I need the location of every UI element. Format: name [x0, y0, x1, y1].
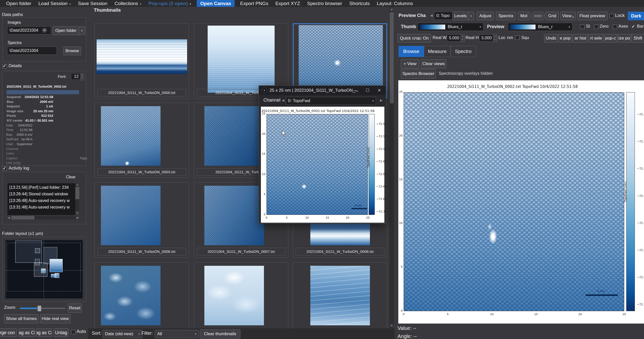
si-checkbox[interactable]: [580, 25, 584, 29]
thumbnail-image[interactable]: [204, 266, 264, 325]
maximize-icon[interactable]: ☐: [363, 86, 373, 95]
crop-action-button[interactable]: ize po: [618, 34, 631, 43]
menu-item-collections[interactable]: Collections▾: [111, 0, 145, 7]
float-preview-button[interactable]: Float preview: [577, 12, 607, 20]
tab-measure[interactable]: Measure: [424, 46, 451, 57]
crop-action-button[interactable]: rt sele: [589, 34, 603, 43]
menu-item-load-session[interactable]: Load Session▾: [35, 0, 74, 7]
scroll-right-icon[interactable]: ▶: [76, 216, 79, 219]
menu-item-open-folder[interactable]: Open folder: [3, 0, 35, 7]
stm-image-preview[interactable]: [404, 92, 624, 311]
thumbnail-image[interactable]: [97, 39, 187, 74]
crop-action-button[interactable]: e pop: [558, 34, 572, 43]
clear-path-icon[interactable]: ✕: [42, 28, 47, 33]
details-selected-row[interactable]: [7, 90, 79, 94]
menu-item-open-canvas[interactable]: Open Canvas: [197, 0, 235, 7]
font-size-stepper[interactable]: ▲▼: [80, 73, 84, 80]
show-all-frames-button[interactable]: Show all frames: [4, 314, 39, 323]
preview-colormap-dropdown[interactable]: Blues_r ▾: [508, 23, 573, 31]
open-folder-button[interactable]: Open folder: [53, 26, 79, 35]
thumbnail-cell[interactable]: [95, 262, 189, 337]
image-popup-window[interactable]: ✕ 25 x 25 nm | 20221004_Si111_W_TurboON_…: [259, 85, 386, 224]
scroll-left-icon[interactable]: ◀: [7, 216, 11, 219]
menu-item-shortcuts[interactable]: Shortcuts: [346, 0, 373, 7]
channel-next-icon[interactable]: ▶: [380, 99, 382, 102]
zero-checkbox[interactable]: [594, 25, 598, 29]
scroll-down-icon[interactable]: ▼: [390, 324, 394, 327]
thumbnail-cell[interactable]: [293, 262, 387, 337]
channel-prev-icon[interactable]: ◀: [430, 14, 433, 17]
levels-dropdown[interactable]: ▾: [468, 12, 474, 20]
menu-item-export-xyz[interactable]: Export XYZ: [272, 0, 303, 7]
folder-layout-map[interactable]: [6, 240, 83, 298]
tab-browse[interactable]: Browse: [399, 46, 424, 57]
crop-action-button[interactable]: ar hist: [573, 34, 588, 43]
menu-item-pop-ups-2-open-[interactable]: Pop-ups (2 open)▾: [145, 0, 195, 7]
menu-item-layout-columns[interactable]: Layout: Columns: [373, 0, 417, 7]
thumb-colormap-dropdown[interactable]: Blues_r ▾: [418, 23, 484, 31]
scroll-down-icon[interactable]: ▼: [75, 211, 79, 215]
thumbnail-image[interactable]: [208, 26, 275, 93]
scroll-up-icon[interactable]: ▲: [75, 183, 79, 186]
log-vscroll-thumb[interactable]: [75, 187, 79, 199]
levels-button[interactable]: Levels: [452, 12, 469, 20]
spectra-button[interactable]: Spectra: [496, 12, 516, 20]
tab-spectro[interactable]: Spectro: [451, 46, 476, 57]
bar-checkbox[interactable]: [631, 25, 636, 29]
menu-item-export-pngs[interactable]: Export PNGs: [237, 0, 272, 7]
thumbnails-scroll-thumb[interactable]: [390, 12, 394, 103]
activity-log-checkbox[interactable]: [3, 166, 7, 171]
tag-button[interactable]: ag as C(: [36, 328, 52, 337]
thumbnail-image[interactable]: [310, 266, 370, 325]
reset-zoom-button[interactable]: Reset: [68, 304, 82, 313]
thumbnail-image[interactable]: [101, 106, 160, 166]
thumbnail-cell[interactable]: 20221004_Si111_W_TurboON_0003.txt: [95, 103, 189, 178]
zoom-slider-thumb[interactable]: [38, 306, 41, 311]
thumbnail-cell[interactable]: 20221004_Si111_W_TurboON_0006.txt: [95, 182, 189, 257]
tag-button[interactable]: Untag: [54, 328, 68, 337]
view-button[interactable]: View▾: [560, 12, 576, 20]
square-checkbox[interactable]: [515, 35, 520, 40]
thumbnail-cell[interactable]: [194, 262, 288, 337]
spectro-browser-button[interactable]: Spectro Browser: [401, 69, 436, 79]
menu-item-spectro-browser[interactable]: Spectro browser: [303, 0, 346, 7]
thumbnail-image[interactable]: [204, 186, 264, 245]
lock-checkbox[interactable]: [610, 14, 614, 18]
auto-tag-checkbox[interactable]: [71, 330, 75, 334]
thumbnail-image[interactable]: [101, 186, 160, 245]
clear-log-button[interactable]: Clear: [66, 175, 76, 179]
real-h-stepper[interactable]: ▲▼: [493, 34, 497, 42]
details-checkbox[interactable]: [3, 64, 7, 68]
stm-image-popup[interactable]: [266, 114, 368, 215]
grid-button[interactable]: Grid: [546, 12, 559, 20]
crop-action-button[interactable]: Undo: [544, 34, 558, 43]
mol-button[interactable]: Mol: [518, 12, 530, 20]
thumbnail-cell[interactable]: 20221004_Si111_W_TurboON_0000.txt: [95, 23, 189, 99]
tag-button[interactable]: ag as Cl: [19, 328, 35, 337]
menu-item-save-session[interactable]: Save Session: [74, 0, 111, 7]
minimize-icon[interactable]: —: [350, 86, 361, 95]
close-icon[interactable]: ✕: [374, 86, 384, 95]
browse-button[interactable]: Browse: [63, 47, 81, 55]
activity-log-list[interactable]: [13:21:56] [Perf] Load folder: 234[13:26…: [7, 183, 76, 215]
popup-channel-dropdown[interactable]: 0: TopoFwd ▾: [286, 97, 376, 105]
dark-mode-button[interactable]: Dark: [628, 12, 644, 20]
open-folder-dropdown[interactable]: ▾: [79, 26, 85, 35]
filter-dropdown[interactable]: All▾: [155, 330, 199, 338]
hide-real-view-button[interactable]: Hide real view: [40, 314, 70, 323]
clear-views-button[interactable]: Clear views: [421, 59, 446, 68]
scroll-up-icon[interactable]: ▲: [390, 8, 394, 11]
real-w-stepper[interactable]: ▲▼: [460, 34, 464, 42]
sort-dropdown[interactable]: Date (old-new)▾: [102, 330, 142, 338]
crop-action-button[interactable]: pop-c: [604, 34, 617, 43]
spectra-path-input[interactable]: \Data\20221004: [7, 47, 57, 55]
clear-thumbnails-button[interactable]: Clear thumbnails: [200, 329, 240, 338]
preview-channel-value[interactable]: 0: Topo: [434, 12, 453, 20]
quick-crop-button[interactable]: Quick crop: On: [398, 34, 431, 43]
adjust-button[interactable]: Adjust: [477, 12, 494, 20]
axes-checkbox[interactable]: [613, 25, 617, 29]
channel-prev-icon[interactable]: ◀: [282, 99, 284, 102]
thumbnail-image[interactable]: [204, 106, 264, 166]
molecule-chain-button[interactable]: [531, 12, 545, 20]
crop-action-button[interactable]: Shift: [631, 34, 644, 43]
